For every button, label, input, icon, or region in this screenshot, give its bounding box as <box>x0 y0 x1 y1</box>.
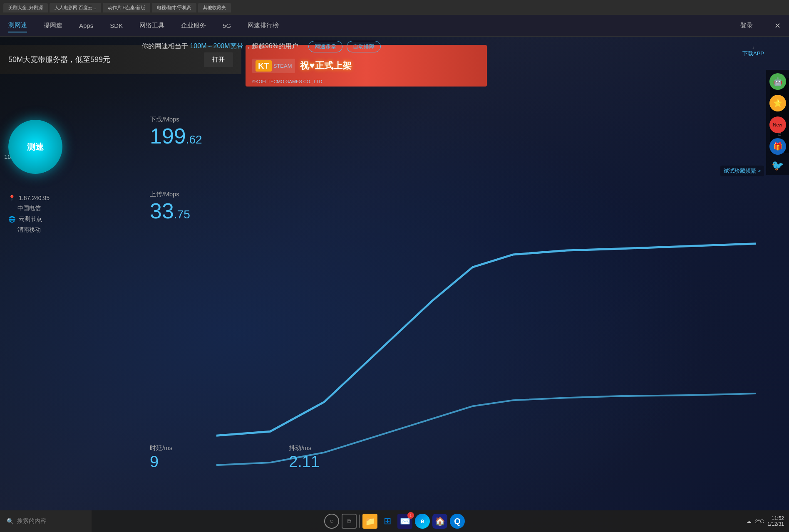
upload-value: 33.75 <box>150 200 190 222</box>
location-icon: 📍 <box>8 195 15 201</box>
taskbar-windows-store[interactable]: ⊞ <box>380 514 395 529</box>
right-icon-gift[interactable]: 🎁 <box>769 138 786 155</box>
right-icon-bird[interactable]: 🐦 <box>772 160 784 171</box>
taskbar-mail-wrapper: ✉️ 1 <box>397 514 412 529</box>
search-icon: 🔍 <box>7 518 14 525</box>
latency-section: 时延/ms 9 抖动/ms 2.11 <box>150 444 320 470</box>
steam-promo-text: 祝♥正式上架 <box>300 59 351 72</box>
browser-tab-2[interactable]: 人人电影网 百度云... <box>50 3 101 12</box>
nav-item-5g[interactable]: 5G <box>223 20 231 32</box>
main-content: 50M大宽带服务器，低至599元 打开 KT STEAM 祝♥正式上架 ©KOE… <box>0 37 789 532</box>
speed-description: 你的网速相当于 100M～200M宽带 ，超越96%的用户 网速课堂 自动排障 <box>141 41 381 52</box>
ip-row: 📍 1.87.240.95 <box>8 195 50 201</box>
taskbar-start-button[interactable]: ○ <box>324 514 339 529</box>
download-decimal: .62 <box>186 133 202 146</box>
nav-item-boost[interactable]: 提网速 <box>44 19 62 32</box>
taskbar-file-manager[interactable]: 📁 <box>362 514 377 529</box>
jitter-value: 2.11 <box>289 454 320 470</box>
speed-class-button[interactable]: 网速课堂 <box>308 41 342 52</box>
promo-open-button[interactable]: 打开 <box>204 52 233 67</box>
browser-tab-5[interactable]: 其他收藏夹 <box>198 3 231 12</box>
net-promo-banner[interactable]: 试试珍藏频繁 > <box>720 166 764 176</box>
speed-suffix: ，超越96%的用户 <box>245 42 298 49</box>
auto-diagnose-button[interactable]: 自动排障 <box>347 41 381 52</box>
node-name: 渭南移动 <box>8 226 41 234</box>
clock-date: 1/12/31 <box>767 521 784 527</box>
promo-text: 50M大宽带服务器，低至599元 <box>8 54 110 64</box>
speed-test-circle[interactable]: 测速 <box>8 120 62 174</box>
steam-promo-main: 祝♥正式上架 <box>300 60 351 71</box>
taskbar-circle-q[interactable]: Q <box>450 514 465 529</box>
tab-label-2: 人人电影网 百度云... <box>55 5 96 10</box>
jitter-label: 抖动/ms <box>289 444 320 452</box>
upload-integer: 33 <box>150 199 174 223</box>
isp-row: 中国电信 <box>8 205 50 212</box>
mail-badge: 1 <box>407 512 414 519</box>
ip-address: 1.87.240.95 <box>19 195 50 201</box>
right-sidebar: 🤖 ⭐ New 🎁 🐦 <box>766 70 789 175</box>
nav-label-7: 网速排行榜 <box>248 22 279 29</box>
tab-label-4: 电视/翻才/手机高 <box>157 5 191 10</box>
windows-icon: ⊞ <box>384 516 391 527</box>
browser-tab-1[interactable]: 美剧大全_好剧源 <box>3 3 48 12</box>
speed-action-buttons: 网速课堂 自动排障 <box>308 41 381 52</box>
login-label: 登录 <box>740 22 753 29</box>
system-tray: ☁ 2°C 11:52 1/12/31 <box>741 510 789 532</box>
steam-label: STEAM <box>273 63 292 69</box>
nav-item-enterprise[interactable]: 企业服务 <box>181 19 206 32</box>
download-value: 199.62 <box>150 125 202 147</box>
latency-label: 时延/ms <box>150 444 172 452</box>
search-placeholder-text: 搜索的内容 <box>17 517 46 525</box>
system-clock: 11:52 1/12/31 <box>767 515 784 527</box>
task-view-icon: ⧉ <box>347 518 351 525</box>
nav-bar: 测网速 提网速 Apps SDK 网络工具 企业服务 5G 网速排行榜 登录 ✕ <box>0 15 789 37</box>
feather-icon: 🏠 <box>435 516 445 526</box>
download-app-label: ↓ <box>742 45 764 50</box>
nav-item-tools[interactable]: 网络工具 <box>139 19 164 32</box>
cloud-icon: 🌐 <box>8 216 15 223</box>
android-icon: 🤖 <box>773 77 782 86</box>
tab-label-3: 动作片-6点桌·新版 <box>108 5 145 10</box>
download-app-hint[interactable]: ↓ 下载APP <box>742 45 764 57</box>
download-label: 下载/Mbps <box>150 116 202 124</box>
latency-item: 时延/ms 9 <box>150 444 172 470</box>
nav-login-button[interactable]: 登录 <box>740 22 753 30</box>
browser-tab-4[interactable]: 电视/翻才/手机高 <box>152 3 196 12</box>
vip-icon: ⭐ <box>773 99 782 108</box>
taskbar-task-view[interactable]: ⧉ <box>342 514 357 529</box>
kt-label: KT <box>256 60 272 72</box>
taskbar-edge[interactable]: e <box>415 514 430 529</box>
taskbar-search[interactable]: 🔍 搜索的内容 <box>0 510 92 532</box>
download-section: 下载/Mbps 199.62 <box>150 116 202 147</box>
right-icon-new[interactable]: New <box>769 116 786 133</box>
net-promo-text: 试试珍藏频繁 > <box>724 168 761 174</box>
right-icon-android[interactable]: 🤖 <box>769 73 786 90</box>
circle-icon: ○ <box>330 517 334 525</box>
browser-tab-3[interactable]: 动作片-6点桌·新版 <box>103 3 150 12</box>
nav-item-ranking[interactable]: 网速排行榜 <box>248 19 279 32</box>
nav-label-3: SDK <box>110 22 123 29</box>
right-icon-vip[interactable]: ⭐ <box>769 95 786 111</box>
steam-logo: KT STEAM <box>252 59 295 73</box>
node-row: 🌐 云测节点 <box>8 215 50 223</box>
bird-icon: 🐦 <box>772 160 784 171</box>
speed-range: 100M～200M宽带 <box>190 42 243 49</box>
browser-bar: 美剧大全_好剧源 人人电影网 百度云... 动作片-6点桌·新版 电视/翻才/手… <box>0 0 789 15</box>
speed-chart <box>216 116 756 495</box>
q-icon: Q <box>454 517 461 526</box>
nav-label-4: 网络工具 <box>139 22 164 29</box>
clock-time: 11:52 <box>767 515 784 521</box>
nav-close-button[interactable]: ✕ <box>774 21 781 30</box>
node-name-row: 渭南移动 <box>8 226 50 234</box>
nav-label-0: 测网速 <box>8 21 27 28</box>
isp-text: 中国电信 <box>8 205 41 212</box>
nav-label-1: 提网速 <box>44 22 62 29</box>
edge-icon: e <box>421 517 424 525</box>
nav-item-sdk[interactable]: SDK <box>110 20 123 32</box>
nav-item-apps[interactable]: Apps <box>79 20 93 32</box>
taskbar-feather[interactable]: 🏠 <box>432 514 447 529</box>
latency-value: 9 <box>150 454 172 470</box>
nav-label-6: 5G <box>223 22 231 29</box>
upload-section: 上传/Mbps 33.75 <box>150 191 190 222</box>
nav-item-speed-test[interactable]: 测网速 <box>8 19 27 32</box>
